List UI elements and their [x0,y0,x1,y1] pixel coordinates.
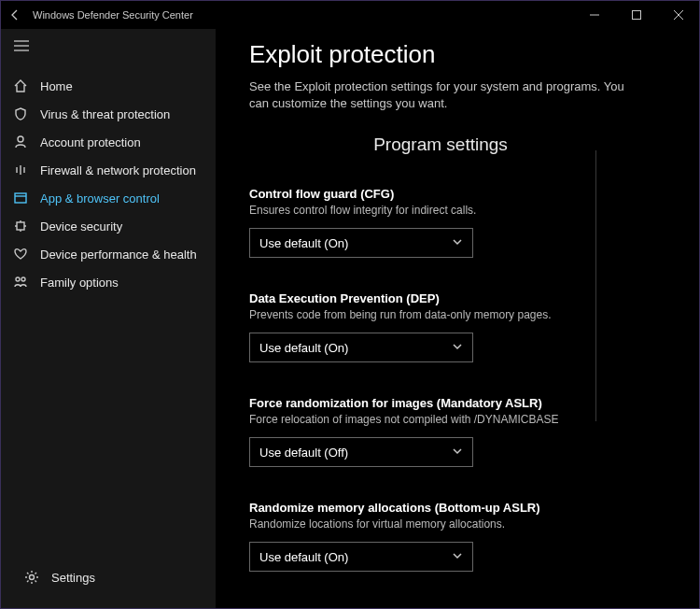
app-icon [12,191,29,205]
content-pane: Exploit protection See the Exploit prote… [216,29,699,608]
home-icon [12,78,29,93]
family-icon [12,275,29,290]
chip-icon [12,219,29,234]
minimize-button[interactable] [573,1,615,29]
sidebar-item-app-browser[interactable]: App & browser control [1,184,216,212]
setting-title: Data Execution Prevention (DEP) [249,291,680,305]
setting-dep: Data Execution Prevention (DEP) Prevents… [249,291,680,362]
page-subheading: Program settings [249,135,632,155]
sidebar-item-performance[interactable]: Device performance & health [1,240,216,268]
sidebar-item-label: Settings [51,571,95,585]
dropdown-value: Use default (Off) [259,446,348,460]
setting-title: Force randomization for images (Mandator… [249,396,680,410]
svg-point-16 [21,277,25,281]
page-description: See the Exploit protection settings for … [249,78,641,112]
svg-rect-1 [632,11,640,20]
scrollbar[interactable] [595,150,596,421]
heart-icon [12,247,29,262]
dropdown-value: Use default (On) [259,341,348,355]
sidebar: Home Virus & threat protection Account p… [1,29,216,608]
dropdown-cfg[interactable]: Use default (On) [249,228,473,258]
chevron-down-icon [452,341,463,355]
setting-cfg: Control flow guard (CFG) Ensures control… [249,187,680,258]
sidebar-item-home[interactable]: Home [1,72,216,100]
setting-desc: Ensures control flow integrity for indir… [249,204,680,217]
sidebar-item-label: Home [40,79,73,93]
chevron-down-icon [452,446,463,460]
setting-aslr-mandatory: Force randomization for images (Mandator… [249,396,680,467]
sidebar-item-label: App & browser control [40,191,160,205]
svg-point-7 [18,136,23,142]
sidebar-item-settings[interactable]: Settings [12,563,216,591]
gear-icon [23,570,40,585]
chevron-down-icon [452,550,463,564]
sidebar-item-virus[interactable]: Virus & threat protection [1,100,216,128]
setting-desc: Randomize locations for virtual memory a… [249,517,680,531]
close-button[interactable] [657,1,699,29]
setting-title: Control flow guard (CFG) [249,187,680,201]
svg-rect-10 [17,222,24,230]
setting-desc: Prevents code from being run from data-o… [249,308,680,321]
svg-rect-8 [15,193,26,203]
back-button[interactable] [1,8,29,21]
dropdown-aslr-mandatory[interactable]: Use default (Off) [249,437,473,467]
setting-desc: Force relocation of images not compiled … [249,413,680,426]
svg-point-15 [16,277,20,281]
dropdown-value: Use default (On) [259,550,348,564]
sidebar-item-label: Device performance & health [40,248,197,262]
sidebar-item-device-security[interactable]: Device security [1,212,216,240]
chevron-down-icon [452,236,463,250]
page-heading: Exploit protection [249,40,680,69]
setting-aslr-bottomup: Randomize memory allocations (Bottom-up … [249,501,680,572]
sidebar-item-family[interactable]: Family options [1,268,216,296]
setting-title: Randomize memory allocations (Bottom-up … [249,501,680,515]
window-title: Windows Defender Security Center [29,9,573,21]
shield-icon [12,106,29,121]
hamburger-button[interactable] [1,29,216,63]
sidebar-item-label: Firewall & network protection [40,163,196,177]
sidebar-item-label: Virus & threat protection [40,107,170,121]
titlebar: Windows Defender Security Center [1,1,699,29]
person-icon [12,135,29,149]
dropdown-aslr-bottomup[interactable]: Use default (On) [249,542,473,572]
dropdown-dep[interactable]: Use default (On) [249,333,473,362]
sidebar-item-label: Account protection [40,135,141,149]
svg-point-17 [30,575,35,580]
sidebar-item-account[interactable]: Account protection [1,128,216,156]
maximize-button[interactable] [615,1,657,29]
sidebar-item-label: Family options [40,276,119,290]
network-icon [12,163,29,177]
sidebar-item-firewall[interactable]: Firewall & network protection [1,156,216,184]
dropdown-value: Use default (On) [259,236,348,250]
sidebar-item-label: Device security [40,220,122,234]
